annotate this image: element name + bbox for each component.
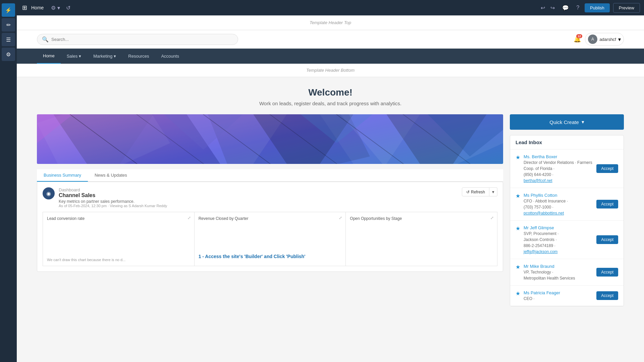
tabs-section: Business Summary News & Updates ◉ Dashbo… [37, 169, 503, 272]
left-sidebar: ⚡ ✏ ☰ ⚙ [0, 0, 17, 362]
lead-name[interactable]: Ms Patricia Feager [524, 290, 560, 295]
lead-detail: CEO · [524, 296, 593, 302]
lightning-sidebar-btn[interactable]: ⚡ [2, 3, 15, 17]
notification-badge: 12 [576, 34, 582, 38]
dashboard-icon: ◉ [43, 187, 55, 199]
content-grid: Business Summary News & Updates ◉ Dashbo… [37, 114, 624, 306]
tab-business-summary[interactable]: Business Summary [37, 169, 88, 182]
dashboard-card: ◉ Dashboard Channel Sales Key metrics on… [37, 182, 503, 272]
lead-detail: SVP, Procurement · Jackson Controls · 88… [524, 231, 593, 255]
nav-home[interactable]: Home [37, 49, 61, 64]
tabs-header: Business Summary News & Updates [37, 169, 503, 182]
search-input[interactable] [51, 37, 233, 42]
hero-svg [37, 114, 503, 164]
chart-expand-btn[interactable]: ⤢ [339, 216, 342, 220]
chart-title: Revenue Closed by Quarter [199, 216, 342, 221]
lead-detail: Director of Vendor Relations · Farmers C… [524, 160, 593, 184]
nav-marketing[interactable]: Marketing ▾ [87, 49, 122, 63]
nav-resources[interactable]: Resources [122, 49, 155, 63]
template-header-top: Template Header Top [17, 15, 644, 30]
main-nav: Home Sales ▾ Marketing ▾ Resources Accou… [17, 49, 644, 64]
lead-info: Mr Mike Braund VP, Technology · Metropol… [524, 263, 593, 281]
lead-email[interactable]: jeffg@jackson.com [524, 249, 557, 254]
preview-button[interactable]: Preview [613, 3, 640, 13]
accept-button[interactable]: Accept [596, 268, 618, 277]
lead-star-icon: ★ [516, 264, 520, 270]
lead-item: ★ Mr Jeff Glimpse SVP, Procurement · Jac… [510, 221, 624, 259]
accept-button[interactable]: Accept [596, 291, 618, 300]
refresh-button[interactable]: ↺ Refresh [462, 187, 489, 196]
refresh-dropdown-btn[interactable]: ▾ [489, 187, 497, 196]
search-bar[interactable]: 🔍 [37, 34, 238, 45]
lead-info: Mr Jeff Glimpse SVP, Procurement · Jacks… [524, 225, 593, 255]
tab-news-updates[interactable]: News & Updates [88, 169, 134, 182]
undo-redo-group: ↩ ↪ [539, 3, 557, 12]
accept-button[interactable]: Accept [596, 164, 618, 173]
chart-title: Lead conversion rate [47, 216, 190, 221]
top-bar-actions: ⚙ ▾ ↺ [49, 3, 72, 12]
top-bar-right: ↩ ↪ 💬 ? Publish Preview [539, 3, 640, 13]
undo-btn[interactable]: ↩ [539, 3, 547, 12]
lead-name[interactable]: Ms Phyllis Cotton [524, 193, 557, 198]
left-column: Business Summary News & Updates ◉ Dashbo… [37, 114, 503, 306]
page-body: Welcome! Work on leads, register deals, … [17, 77, 644, 316]
help-btn[interactable]: ? [574, 3, 581, 12]
lead-name[interactable]: Ms. Bertha Boxer [524, 154, 557, 159]
accept-button[interactable]: Accept [596, 200, 618, 208]
pencil-sidebar-btn[interactable]: ✏ [2, 18, 15, 32]
lead-detail: CFO · Abbott Insurance · (703) 757-1000 … [524, 198, 593, 216]
right-panel: Quick Create ▾ Lead Inbox ★ Ms. Bertha B… [510, 114, 624, 306]
dashboard-name: Channel Sales [59, 192, 167, 198]
lead-email[interactable]: pcotton@abbottins.net [524, 211, 564, 216]
site-nav-bar: 🔍 🔔 12 A adarshcf ▾ [17, 30, 644, 49]
hero-image [37, 114, 503, 164]
chart-title: Open Opportunities by Stage [350, 216, 493, 221]
lead-info: Ms Patricia Feager CEO · [524, 290, 593, 302]
gear-sidebar-btn[interactable]: ⚙ [2, 48, 15, 61]
chevron-down-icon: ▾ [79, 54, 81, 59]
comment-btn[interactable]: 💬 [560, 3, 571, 12]
welcome-section: Welcome! Work on leads, register deals, … [37, 87, 624, 106]
welcome-subtitle: Work on leads, register deals, and track… [37, 101, 624, 106]
chevron-down-icon: ▾ [582, 119, 584, 125]
settings-btn[interactable]: ⚙ ▾ [49, 3, 62, 12]
publish-button[interactable]: Publish [585, 3, 610, 12]
lead-item: ★ Ms. Bertha Boxer Director of Vendor Re… [510, 149, 624, 188]
chart-opportunities: Open Opportunities by Stage ⤢ [346, 212, 497, 266]
quick-create-button[interactable]: Quick Create ▾ [510, 114, 624, 130]
chart-revenue: Revenue Closed by Quarter ⤢ 1 - Access t… [195, 212, 346, 266]
page-title: Home [31, 5, 44, 10]
chart-highlight: 1 - Access the site's 'Builder' and Clic… [199, 254, 342, 259]
menu-sidebar-btn[interactable]: ☰ [2, 33, 15, 46]
chevron-down-icon: ▾ [114, 54, 116, 59]
lead-item: ★ Mr Mike Braund VP, Technology · Metrop… [510, 259, 624, 286]
lead-star-icon: ★ [516, 290, 520, 297]
dashboard-card-header: ◉ Dashboard Channel Sales Key metrics on… [43, 187, 497, 208]
lead-star-icon: ★ [516, 193, 520, 199]
lead-name[interactable]: Mr Mike Braund [524, 264, 554, 269]
lead-email[interactable]: bertha@fcof.net [524, 178, 552, 183]
lead-inbox: Lead Inbox ★ Ms. Bertha Boxer Director o… [510, 135, 624, 306]
user-name: adarshcf [599, 37, 616, 42]
accept-button[interactable]: Accept [596, 235, 618, 244]
dashboard-actions: ↺ Refresh ▾ [462, 187, 497, 196]
lead-name[interactable]: Mr Jeff Glimpse [524, 225, 554, 230]
grid-icon[interactable]: ⊞ [21, 3, 29, 13]
user-pill[interactable]: A adarshcf ▾ [585, 33, 624, 46]
chart-expand-btn[interactable]: ⤢ [187, 216, 191, 220]
lead-info: Ms Phyllis Cotton CFO · Abbott Insurance… [524, 192, 593, 216]
lead-info: Ms. Bertha Boxer Director of Vendor Rela… [524, 154, 593, 184]
nav-right: 🔔 12 A adarshcf ▾ [574, 33, 624, 46]
redo-btn[interactable]: ↪ [548, 3, 557, 12]
lead-item: ★ Ms Patricia Feager CEO · Accept [510, 286, 624, 306]
chart-expand-btn[interactable]: ⤢ [490, 216, 494, 220]
nav-accounts[interactable]: Accounts [155, 49, 185, 63]
template-header-bottom: Template Header Bottom [17, 64, 644, 77]
chart-error-msg: We can't draw this chart because there i… [47, 258, 190, 262]
refresh-group: ↺ Refresh ▾ [462, 187, 497, 196]
refresh-page-btn[interactable]: ↺ [64, 3, 72, 12]
notification-btn[interactable]: 🔔 12 [574, 36, 581, 43]
nav-sales[interactable]: Sales ▾ [61, 49, 88, 63]
chevron-down-icon: ▾ [618, 36, 621, 43]
dashboard-meta-info: Dashboard Channel Sales Key metrics on p… [59, 187, 167, 208]
